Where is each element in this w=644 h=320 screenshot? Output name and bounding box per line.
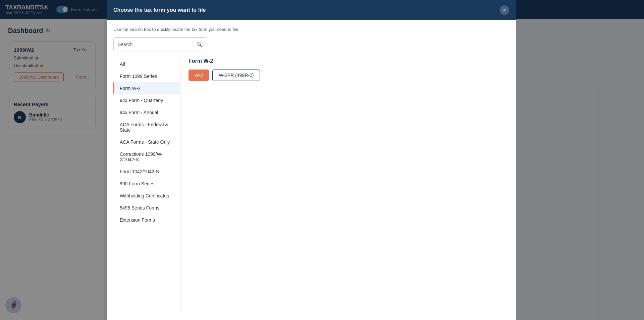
category-item-extension[interactable]: Extension Forms [113,214,180,226]
modal-content-area: AllForm 1099 SeriesForm W-294x Form - Qu… [113,58,509,313]
active-section-title: Form W-2 [189,58,501,64]
category-item-5498[interactable]: 5498 Series Forms [113,202,180,214]
category-item-990[interactable]: 990 Form Series [113,178,180,190]
category-item-form1099[interactable]: Form 1099 Series [113,70,180,82]
modal-close-button[interactable]: × [500,5,509,15]
search-icon: 🔍 [196,41,203,48]
category-item-withholding[interactable]: Withholding Certificates [113,190,180,202]
modal-header: Choose the tax form you want to file × [107,0,516,20]
form-buttons: W-2W-2PR (499R-2) [189,70,501,81]
categories-panel: AllForm 1099 SeriesForm W-294x Form - Qu… [113,58,180,313]
category-item-aca-state-only[interactable]: ACA Forms - State Only [113,136,180,148]
category-item-form1042[interactable]: Form 1042/1042-S [113,166,180,178]
category-item-94x-quarterly[interactable]: 94x Form - Quarterly [113,94,180,106]
modal-title: Choose the tax form you want to file [113,7,206,13]
category-item-94x-annual[interactable]: 94x Form - Annual [113,106,180,119]
form-btn-w-2pr--499r-2-[interactable]: W-2PR (499R-2) [212,70,260,81]
search-input[interactable] [118,42,196,47]
category-item-formw2[interactable]: Form W-2 [113,82,180,94]
modal: Choose the tax form you want to file × U… [107,0,516,320]
modal-subtitle: Use the search box to quickly locate the… [113,27,509,32]
form-btn-w-2[interactable]: W-2 [189,70,209,81]
forms-panel: Form W-2 W-2W-2PR (499R-2) [180,58,509,313]
category-item-all[interactable]: All [113,58,180,70]
search-box[interactable]: 🔍 [113,37,207,51]
modal-body: Use the search box to quickly locate the… [107,20,516,320]
category-item-corrections[interactable]: Corrections 1099/W-2/1042-S [113,148,180,166]
category-item-aca-federal-state[interactable]: ACA Forms - Federal & State [113,119,180,136]
